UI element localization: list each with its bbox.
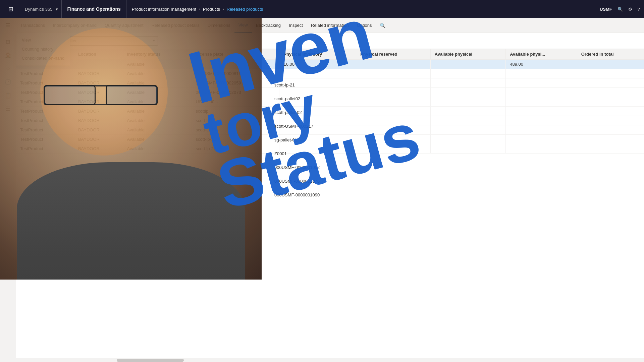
table-cell: Available [123, 97, 192, 107]
col-location[interactable]: Location [74, 49, 123, 60]
table-cell [430, 69, 505, 78]
table-cell [577, 135, 644, 144]
scrollbar-thumb[interactable] [117, 359, 184, 362]
horizontal-scrollbar[interactable] [16, 358, 644, 362]
table-cell [356, 60, 431, 69]
table-cell[interactable]: TestProduct [16, 125, 74, 135]
nav-intercompany-on-hand[interactable]: Intercompany on-hand [49, 18, 101, 33]
col-available-physical[interactable]: Available physical [430, 49, 505, 60]
help-icon[interactable]: ? [638, 7, 640, 12]
table-cell [279, 88, 356, 97]
table-cell [430, 60, 505, 69]
table-cell[interactable]: TestProduct [16, 88, 74, 97]
nav-released-product-details[interactable]: Released product details [148, 18, 204, 33]
table-row[interactable]: TestProductBAYDOORAvailable000USMF-00000… [16, 78, 644, 88]
nav-quantity-adjustment[interactable]: Quantity adjustment [101, 18, 148, 33]
sidebar-dashboard-icon[interactable]: 🏠 [2, 49, 14, 61]
table-cell: BAYDOOR [74, 88, 123, 97]
table-cell[interactable]: TestProduct [16, 135, 74, 144]
table-cell: USMF-00... [192, 97, 279, 107]
table-cell: Available [123, 88, 192, 97]
table-row[interactable]: TestProductBAYDOORAvailable000USMF-00000… [16, 69, 644, 78]
top-search-icon[interactable]: 🔍 [618, 7, 623, 12]
breadcrumb-item-2[interactable]: Products [203, 7, 220, 12]
table-cell: Available [123, 60, 192, 69]
col-ordered-in-total[interactable]: Ordered in total [577, 49, 644, 60]
table-cell: Available [123, 107, 192, 116]
table-cell: BAYDOOR [74, 116, 123, 125]
table-cell [356, 135, 431, 144]
left-sidebar: ⊞ 🏠 ☆ 🕐 📋 ☰ [0, 33, 16, 362]
table-cell [506, 144, 577, 154]
col-inventory-status[interactable]: Inventory status [123, 49, 192, 60]
table-cell [577, 88, 644, 97]
settings-icon[interactable]: ⚙ [628, 7, 632, 12]
nav-options[interactable]: Options [353, 18, 376, 33]
col-physical-inventory[interactable]: Physical inventory [279, 49, 356, 60]
nav-related-information[interactable]: Related information [307, 18, 353, 33]
table-cell [279, 144, 356, 154]
nav-inspect[interactable]: Inspect [285, 18, 307, 33]
sidebar-workspaces-icon[interactable]: 📋 [2, 89, 14, 101]
dropdown-header: View [16, 36, 70, 45]
module-name: Finance and Operations [62, 0, 126, 18]
nav-view[interactable]: View [234, 18, 252, 33]
sidebar-home-icon[interactable]: ⊞ [2, 36, 14, 48]
sidebar-favorites-icon[interactable]: ☆ [2, 62, 14, 74]
data-table-wrapper[interactable]: Search name Location Inventory status Li… [16, 49, 644, 345]
table-cell: BAYDOOR [74, 69, 123, 78]
nav-backtracking[interactable]: Backtracking [252, 18, 285, 33]
col-available-physical-2[interactable]: Available physi... [506, 49, 577, 60]
breadcrumb-chevron-1: › [199, 7, 200, 11]
table-cell: BAYDOOR [74, 107, 123, 116]
table-cell: 16.00 [279, 60, 356, 69]
table-cell: Available [123, 135, 192, 144]
table-cell[interactable]: TestProduct [16, 78, 74, 88]
table-cell[interactable]: TestProduct [16, 144, 74, 154]
dropdown-counting-history[interactable]: Counting history [16, 45, 70, 54]
table-row[interactable]: TestProductBAYDOORAvailablescott-lp-11 [16, 135, 644, 144]
nav-transactions[interactable]: Transactions [16, 18, 49, 33]
table-cell [577, 144, 644, 154]
nav-dimensions[interactable]: Dimensions [204, 18, 234, 33]
table-cell[interactable]: TestProduct [16, 116, 74, 125]
dropdown-consolidated-on-hand[interactable]: Consolidated on-hand [16, 54, 70, 63]
table-row[interactable]: TestProductBAYDOORAvailable000USMF-00000… [16, 88, 644, 97]
table-row[interactable]: TestProductBAYDOORAvailablescott-lp-10 [16, 125, 644, 135]
filter-bar: ▼ On-hand | 🔍 ▾ [16, 33, 644, 49]
col-physical-reserved[interactable]: Physical reserved [356, 49, 431, 60]
table-cell [506, 97, 577, 107]
table-header-row: Search name Location Inventory status Li… [16, 49, 644, 60]
col-license-plate[interactable]: License plate [192, 49, 279, 60]
table-cell [506, 88, 577, 97]
table-cell: scott-lp-10 [192, 125, 279, 135]
table-cell [430, 107, 505, 116]
table-cell[interactable]: TestProduct [16, 107, 74, 116]
table-row[interactable]: TestProductBAYDOORAvailableUSMF-00... [16, 97, 644, 107]
table-row[interactable]: TestProductAvailable16.00489.00 [16, 60, 644, 69]
breadcrumb-chevron-2: › [223, 7, 224, 11]
table-cell[interactable]: TestProduct [16, 69, 74, 78]
sidebar-recent-icon[interactable]: 🕐 [2, 76, 14, 88]
sidebar-modules-icon[interactable]: ☰ [2, 103, 14, 115]
table-cell [506, 78, 577, 88]
table-cell [279, 125, 356, 135]
filter-chevron-icon[interactable]: ▾ [153, 39, 155, 43]
table-row[interactable]: TestProductBAYDOORAvailablescottlp [16, 107, 644, 116]
breadcrumb: Product information management › Product… [126, 7, 600, 12]
table-row[interactable]: TestProductBAYDOORAvailablescott-lp-... [16, 116, 644, 125]
app-chevron-icon: ▾ [56, 7, 58, 12]
breadcrumb-item-1[interactable]: Product information management [132, 7, 196, 12]
filter-input[interactable] [67, 38, 153, 43]
app-name-section[interactable]: Dynamics 365 ▾ [20, 0, 62, 18]
table-cell: scott-lp-... [192, 116, 279, 125]
table-cell [74, 60, 123, 69]
table-cell[interactable]: TestProduct [16, 97, 74, 107]
table-row[interactable]: TestProductBAYDOORAvailablescott-lp-20 [16, 144, 644, 154]
sidebar-toggle-button[interactable]: ☰ [3, 20, 13, 31]
table-cell [356, 78, 431, 88]
secondary-nav-search-icon[interactable]: 🔍 [377, 20, 388, 31]
table-cell: BAYDOOR [74, 135, 123, 144]
table-cell: scott-lp-20 [192, 144, 279, 154]
waffle-button[interactable]: ⊞ [4, 2, 17, 16]
